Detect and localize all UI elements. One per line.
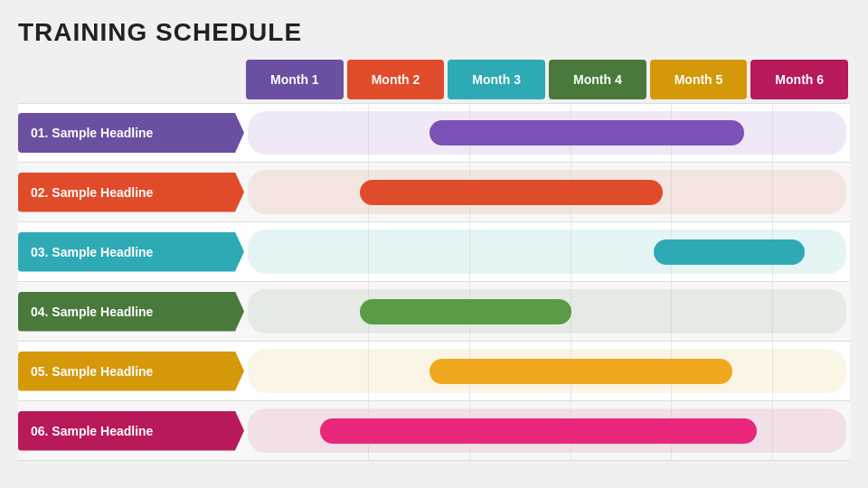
gantt-bar-6 bbox=[320, 418, 756, 444]
header-row: Month 1Month 2Month 3Month 4Month 5Month… bbox=[244, 60, 850, 99]
gantt-chart-3 bbox=[244, 222, 850, 281]
gantt-chart-2 bbox=[244, 163, 850, 221]
gantt-bar-5 bbox=[429, 359, 732, 384]
gantt-row-3: 03. Sample Headline bbox=[18, 222, 850, 282]
gantt-chart-4 bbox=[244, 282, 850, 341]
month-header-5: Month 5 bbox=[650, 60, 748, 99]
gantt-bar-2 bbox=[360, 180, 663, 205]
gantt-bar-1 bbox=[429, 120, 744, 145]
gantt-row-6: 06. Sample Headline bbox=[18, 401, 850, 461]
month-header-4: Month 4 bbox=[549, 60, 646, 99]
gantt-row-1: 01. Sample Headline bbox=[18, 103, 850, 163]
page-title: TRAINING SCHEDULE bbox=[18, 18, 850, 47]
row-label-1: 01. Sample Headline bbox=[18, 113, 244, 153]
month-header-1: Month 1 bbox=[246, 60, 344, 99]
gantt-row-4: 04. Sample Headline bbox=[18, 282, 850, 342]
month-header-3: Month 3 bbox=[448, 60, 545, 99]
row-label-4: 04. Sample Headline bbox=[18, 292, 244, 332]
row-label-3: 03. Sample Headline bbox=[18, 232, 244, 272]
page: TRAINING SCHEDULE Month 1Month 2Month 3M… bbox=[0, 0, 868, 488]
row-label-6: 06. Sample Headline bbox=[18, 411, 244, 451]
month-header-2: Month 2 bbox=[347, 60, 445, 99]
schedule-container: Month 1Month 2Month 3Month 4Month 5Month… bbox=[18, 60, 850, 461]
gantt-bar-3 bbox=[654, 239, 806, 265]
gantt-bar-4 bbox=[360, 299, 572, 324]
gantt-chart-6 bbox=[244, 401, 850, 460]
row-label-2: 02. Sample Headline bbox=[18, 173, 244, 212]
gantt-row-5: 05. Sample Headline bbox=[18, 342, 850, 401]
gantt-rows: 01. Sample Headline02. Sample Headline03… bbox=[18, 103, 850, 461]
gantt-row-2: 02. Sample Headline bbox=[18, 163, 850, 222]
month-header-6: Month 6 bbox=[750, 60, 848, 99]
row-label-5: 05. Sample Headline bbox=[18, 352, 244, 391]
gantt-chart-5 bbox=[244, 342, 850, 400]
gantt-chart-1 bbox=[244, 104, 850, 162]
